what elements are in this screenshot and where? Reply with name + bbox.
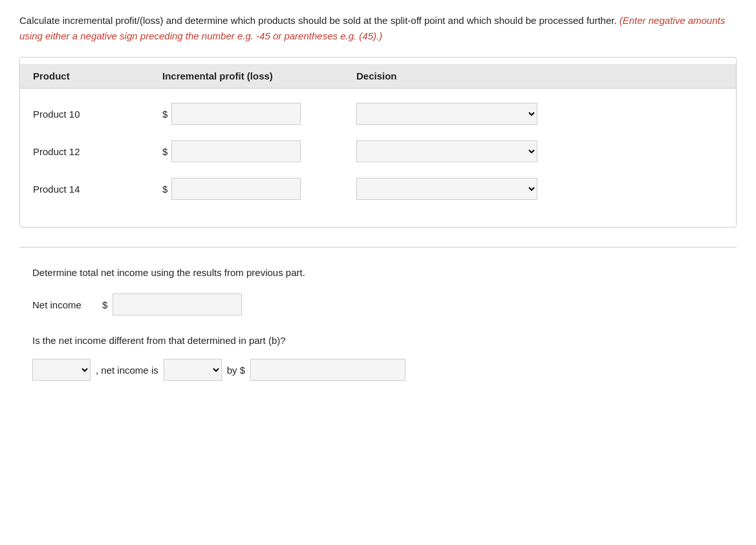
product-10-decision-group: Sell at split-off point Process further [356, 103, 723, 125]
table-row: Product 12 $ Sell at split-off point Pro… [20, 133, 736, 170]
by-dollar-label: by $ [227, 365, 245, 376]
table-row: Product 14 $ Sell at split-off point Pro… [20, 170, 736, 208]
product-12-profit-input[interactable] [171, 140, 301, 162]
product-12-decision-group: Sell at split-off point Process further [356, 140, 723, 162]
net-income-is-label: , net income is [96, 365, 158, 376]
dollar-sign-14: $ [162, 184, 167, 195]
dollar-sign-12: $ [162, 146, 167, 157]
col-header-product: Product [33, 70, 162, 81]
product-14-input-group: $ [162, 178, 356, 200]
product-14-profit-input[interactable] [171, 178, 301, 200]
difference-amount-input[interactable] [250, 359, 405, 381]
section2-title: Determine total net income using the res… [32, 267, 724, 278]
answer-row: Yes No , net income is higher lower by $ [32, 359, 724, 381]
net-income-label: Net income [32, 299, 97, 310]
col-header-incremental: Incremental profit (loss) [162, 70, 356, 81]
table-row: Product 10 $ Sell at split-off point Pro… [20, 95, 736, 133]
product-label-10: Product 10 [33, 109, 162, 120]
net-income-section: Determine total net income using the res… [19, 261, 737, 400]
intro-text: Calculate incremental profit/(loss) and … [19, 13, 737, 44]
product-label-14: Product 14 [33, 184, 162, 195]
net-income-row: Net income $ [32, 294, 724, 315]
product-table-section: Product Incremental profit (loss) Decisi… [19, 57, 737, 228]
section-divider [19, 247, 737, 248]
table-header: Product Incremental profit (loss) Decisi… [20, 64, 736, 89]
product-14-decision-select[interactable]: Sell at split-off point Process further [356, 178, 537, 200]
product-12-input-group: $ [162, 140, 356, 162]
product-10-profit-input[interactable] [171, 103, 301, 125]
yes-no-select[interactable]: Yes No [32, 359, 91, 381]
product-label-12: Product 12 [33, 146, 162, 157]
col-header-decision: Decision [356, 70, 723, 81]
product-10-decision-select[interactable]: Sell at split-off point Process further [356, 103, 537, 125]
dollar-sign-10: $ [162, 109, 167, 120]
net-income-dollar-sign: $ [102, 299, 107, 310]
net-income-question: Is the net income different from that de… [32, 335, 724, 346]
net-income-input[interactable] [113, 294, 242, 315]
product-10-input-group: $ [162, 103, 356, 125]
product-14-decision-group: Sell at split-off point Process further [356, 178, 723, 200]
product-12-decision-select[interactable]: Sell at split-off point Process further [356, 140, 537, 162]
higher-lower-select[interactable]: higher lower [164, 359, 222, 381]
